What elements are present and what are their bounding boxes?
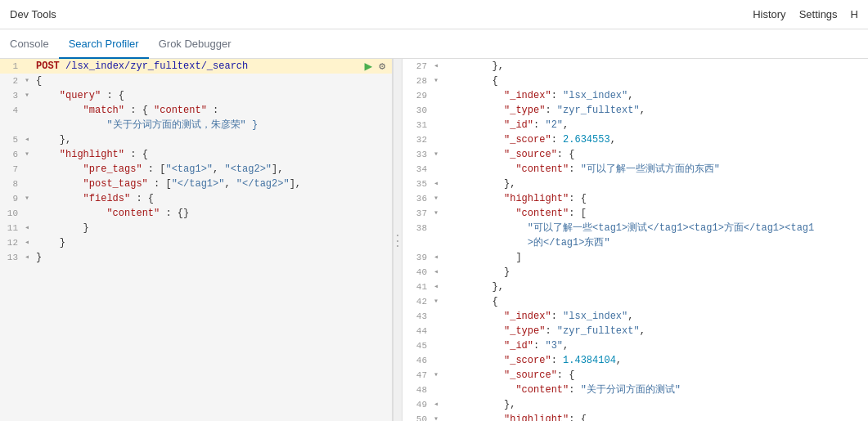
- code-content: "fields" : {: [34, 191, 392, 206]
- right-fold[interactable]: ▾: [434, 294, 443, 309]
- code-line: 1 POST /lsx_index/zyr_fulltext/_search ▶…: [0, 59, 392, 74]
- line-number: 10: [0, 206, 25, 221]
- right-code-line: 35 ◂ },: [403, 177, 868, 191]
- code-content: },: [34, 132, 392, 147]
- right-code-line: 30 "_type": "zyr_fulltext",: [403, 103, 868, 118]
- code-line: 11 ◂ }: [0, 221, 392, 235]
- tab-search-profiler[interactable]: Search Profiler: [59, 29, 149, 59]
- right-code-content: "content": [: [443, 206, 868, 221]
- fold-icon[interactable]: ◂: [25, 235, 34, 250]
- right-code-line: 44 "_type": "zyr_fulltext",: [403, 324, 868, 338]
- right-line-num: 46: [403, 353, 434, 368]
- line-number: 12: [0, 235, 25, 250]
- right-fold[interactable]: ◂: [434, 59, 443, 74]
- fold-icon[interactable]: ◂: [25, 221, 34, 235]
- code-line: "关于分词方面的测试，朱彦荣" }: [0, 118, 392, 132]
- right-fold[interactable]: ▾: [434, 206, 443, 221]
- code-line: 2 ▾ {: [0, 74, 392, 88]
- top-bar-actions: History Settings H: [753, 8, 858, 20]
- main-content: 1 POST /lsx_index/zyr_fulltext/_search ▶…: [0, 59, 868, 421]
- right-code-content: "_index": "lsx_index",: [443, 309, 868, 324]
- code-line: 6 ▾ "highlight" : {: [0, 147, 392, 162]
- right-fold[interactable]: ◂: [434, 397, 443, 412]
- code-content: "pre_tags" : ["<tag1>", "<tag2>"],: [34, 162, 392, 177]
- right-line-num: 43: [403, 309, 434, 324]
- code-line: 13 ◂ }: [0, 250, 392, 265]
- settings-button[interactable]: Settings: [799, 8, 838, 20]
- right-code-line: 27 ◂ },: [403, 59, 868, 74]
- right-line-num: 49: [403, 397, 434, 412]
- right-fold[interactable]: ◂: [434, 280, 443, 294]
- right-code-content: "_index": "lsx_index",: [443, 88, 868, 103]
- right-line-num: 37: [403, 206, 434, 221]
- run-button[interactable]: ▶: [365, 59, 373, 74]
- right-code-content: "content": "关于分词方面的测试": [443, 383, 868, 397]
- right-code-line: 32 "_score": 2.634553,: [403, 132, 868, 147]
- right-fold[interactable]: ▾: [434, 368, 443, 383]
- right-fold[interactable]: ◂: [434, 265, 443, 280]
- right-code-content: >的</tag1>东西": [443, 235, 868, 250]
- panel-divider: ⋮: [393, 59, 403, 421]
- fold-icon[interactable]: ▾: [25, 74, 34, 88]
- code-content: POST /lsx_index/zyr_fulltext/_search: [34, 59, 358, 74]
- right-code-line: 49 ◂ },: [403, 397, 868, 412]
- line-number: 2: [0, 74, 25, 88]
- right-code-content: },: [443, 397, 868, 412]
- code-content: "post_tags" : ["</tag1>", "</tag2>"],: [34, 177, 392, 191]
- right-code-line: 28 ▾ {: [403, 74, 868, 88]
- right-code-line: 33 ▾ "_source": {: [403, 147, 868, 162]
- code-content: }: [34, 221, 392, 235]
- right-line-num: 29: [403, 88, 434, 103]
- settings-icon[interactable]: ⚙: [379, 60, 385, 73]
- fold-icon[interactable]: ▾: [25, 147, 34, 162]
- help-button[interactable]: H: [851, 8, 858, 20]
- right-line-num: 38: [403, 221, 434, 235]
- code-content: "content" : {}: [34, 206, 392, 221]
- history-button[interactable]: History: [753, 8, 785, 20]
- right-fold[interactable]: ▾: [434, 412, 443, 421]
- right-line-num: 50: [403, 412, 434, 421]
- right-code-content: "_type": "zyr_fulltext",: [443, 324, 868, 338]
- right-line-num: 44: [403, 324, 434, 338]
- right-line-num: 48: [403, 383, 434, 397]
- right-code-line: 42 ▾ {: [403, 294, 868, 309]
- code-content: "highlight" : {: [34, 147, 392, 162]
- code-line: 12 ◂ }: [0, 235, 392, 250]
- code-line: 5 ◂ },: [0, 132, 392, 147]
- code-line: 7 "pre_tags" : ["<tag1>", "<tag2>"],: [0, 162, 392, 177]
- code-line: 8 "post_tags" : ["</tag1>", "</tag2>"],: [0, 177, 392, 191]
- code-line: 4 "match" : { "content" :: [0, 103, 392, 118]
- fold-icon[interactable]: ◂: [25, 250, 34, 265]
- right-line-num: 32: [403, 132, 434, 147]
- right-fold[interactable]: ◂: [434, 250, 443, 265]
- right-fold[interactable]: ▾: [434, 74, 443, 88]
- top-bar: Dev Tools History Settings H: [0, 0, 868, 29]
- code-line: 3 ▾ "query" : {: [0, 88, 392, 103]
- code-area[interactable]: 1 POST /lsx_index/zyr_fulltext/_search ▶…: [0, 59, 392, 421]
- right-code-line: 34 "content": "可以了解一些测试方面的东西": [403, 162, 868, 177]
- right-code-line: 31 "_id": "2",: [403, 118, 868, 132]
- fold-icon[interactable]: ▾: [25, 88, 34, 103]
- line-number: 1: [0, 59, 25, 74]
- right-line-num: 34: [403, 162, 434, 177]
- right-code-content: "可以了解一些<tag1>测试</tag1><tag1>方面</tag1><ta…: [443, 221, 868, 235]
- tab-console[interactable]: Console: [10, 29, 59, 59]
- right-line-num: 30: [403, 103, 434, 118]
- right-code-line: 38 "可以了解一些<tag1>测试</tag1><tag1>方面</tag1>…: [403, 221, 868, 235]
- right-fold[interactable]: ▾: [434, 147, 443, 162]
- right-line-num: 31: [403, 118, 434, 132]
- right-code-content: "content": "可以了解一些测试方面的东西": [443, 162, 868, 177]
- line-number: 7: [0, 162, 25, 177]
- right-fold[interactable]: ◂: [434, 177, 443, 191]
- right-line-num: 27: [403, 59, 434, 74]
- code-content: }: [34, 235, 392, 250]
- fold-icon[interactable]: ▾: [25, 191, 34, 206]
- right-panel[interactable]: 27 ◂ }, 28 ▾ { 29 "_index": "lsx_index",…: [403, 59, 868, 421]
- tab-grok-debugger[interactable]: Grok Debugger: [149, 29, 241, 59]
- fold-icon[interactable]: ◂: [25, 132, 34, 147]
- right-fold[interactable]: ▾: [434, 191, 443, 206]
- right-code-line: 39 ◂ ]: [403, 250, 868, 265]
- line-number: 11: [0, 221, 25, 235]
- right-code-content: "_id": "3",: [443, 338, 868, 353]
- right-code-line: 29 "_index": "lsx_index",: [403, 88, 868, 103]
